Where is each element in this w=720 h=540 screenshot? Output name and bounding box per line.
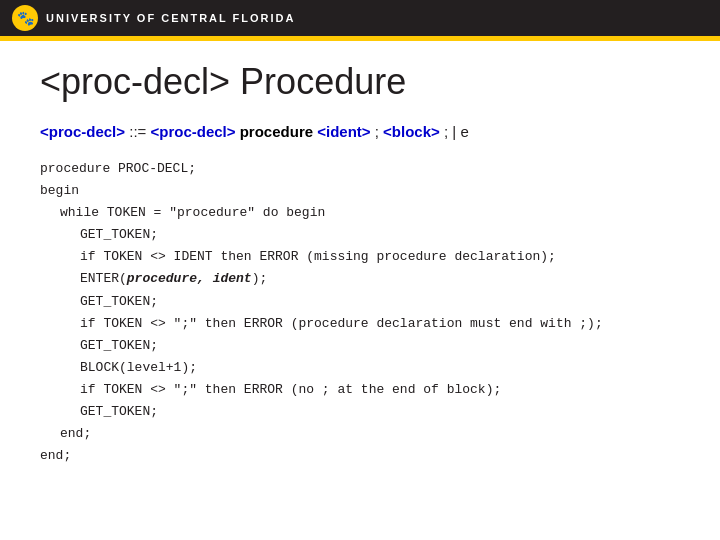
code-line-5: if TOKEN <> IDENT then ERROR (missing pr…: [40, 246, 680, 268]
code-line-10: BLOCK(level+1);: [40, 357, 680, 379]
code-line-14: end;: [40, 445, 680, 467]
grammar-tail: ; | e: [444, 123, 469, 140]
enter-params: procedure, ident: [127, 271, 252, 286]
code-line-2: begin: [40, 180, 680, 202]
grammar-keyword-procedure: procedure: [240, 123, 318, 140]
code-block: procedure PROC-DECL; begin while TOKEN =…: [40, 158, 680, 467]
code-line-13: end;: [40, 423, 680, 445]
ucf-logo: 🐾 UNIVERSITY OF CENTRAL FLORIDA: [12, 5, 296, 31]
grammar-semicolon1: ;: [375, 123, 383, 140]
pegasus-icon: 🐾: [12, 5, 38, 31]
code-line-1: procedure PROC-DECL;: [40, 158, 680, 180]
grammar-rule: <proc-decl> ::= <proc-decl> procedure <i…: [40, 123, 680, 140]
grammar-lhs: <proc-decl>: [40, 123, 125, 140]
code-line-11: if TOKEN <> ";" then ERROR (no ; at the …: [40, 379, 680, 401]
university-name: UNIVERSITY OF CENTRAL FLORIDA: [46, 12, 296, 24]
grammar-separator: ::=: [129, 123, 150, 140]
code-line-6: ENTER(procedure, ident);: [40, 268, 680, 290]
header-bar: 🐾 UNIVERSITY OF CENTRAL FLORIDA: [0, 0, 720, 36]
code-line-9: GET_TOKEN;: [40, 335, 680, 357]
page-title: <proc-decl> Procedure: [40, 61, 680, 103]
code-line-12: GET_TOKEN;: [40, 401, 680, 423]
main-content: <proc-decl> Procedure <proc-decl> ::= <p…: [0, 41, 720, 487]
code-line-4: GET_TOKEN;: [40, 224, 680, 246]
grammar-nonterminal-ident: <ident>: [317, 123, 370, 140]
code-line-7: GET_TOKEN;: [40, 291, 680, 313]
grammar-nonterminal-procdecl: <proc-decl>: [150, 123, 235, 140]
code-line-8: if TOKEN <> ";" then ERROR (procedure de…: [40, 313, 680, 335]
grammar-nonterminal-block: <block>: [383, 123, 440, 140]
code-line-3: while TOKEN = "procedure" do begin: [40, 202, 680, 224]
